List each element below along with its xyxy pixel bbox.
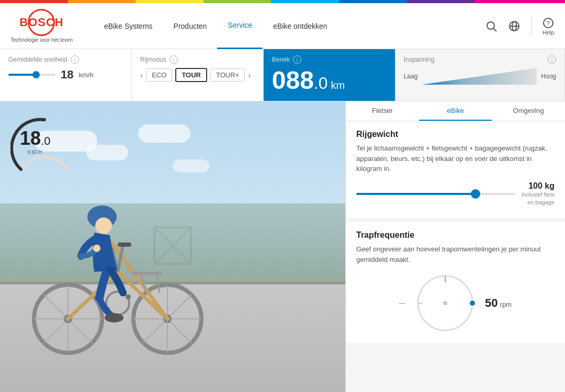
bike-scene: 18.0 KM/H <box>0 101 345 392</box>
svg-rect-27 <box>118 243 131 247</box>
rijgewicht-value: 100 kg <box>528 181 555 190</box>
rijgewicht-desc: Tel je lichaamsgewicht + fietsgewicht + … <box>356 143 555 174</box>
rpm-unit: rpm <box>500 301 512 308</box>
rpm-value-row: 50 rpm <box>485 296 512 310</box>
cloud2 <box>86 145 128 160</box>
rijgewicht-subtext: inclusief fietsen bagage <box>522 191 555 207</box>
inspanning-title: Inspanning <box>404 56 435 63</box>
tab-fietser[interactable]: Fietser <box>346 101 419 121</box>
svg-point-37 <box>105 313 123 322</box>
speedo-unit: KM/H <box>20 149 50 155</box>
svg-marker-7 <box>422 68 537 85</box>
help-button[interactable]: ? Help <box>542 17 555 36</box>
speed-display: 18 km/h <box>8 68 123 82</box>
divider <box>531 16 532 37</box>
speed-unit: km/h <box>78 71 93 79</box>
tabs-row: Fietser eBike Omgeving <box>346 101 565 121</box>
mode-next-arrow[interactable]: › <box>248 71 251 80</box>
language-button[interactable] <box>508 20 521 32</box>
svg-point-30 <box>126 294 131 299</box>
speed-panel: Gemiddelde snelheid i 18 km/h <box>0 49 132 101</box>
cyclist-illustration <box>26 188 214 361</box>
nav-producten[interactable]: Producten <box>163 3 218 49</box>
nav-ebike-systems[interactable]: eBike Systems <box>94 3 163 49</box>
mode-tour-plus[interactable]: TOUR+ <box>210 68 245 82</box>
rijgewicht-title: Rijgewicht <box>356 130 555 139</box>
ride-mode-selector: ‹ ECO TOUR TOUR+ › <box>140 68 255 82</box>
svg-line-1 <box>494 28 497 31</box>
bosch-logo-circle: BOSCH <box>28 9 55 36</box>
speed-slider[interactable] <box>8 74 55 76</box>
svg-point-0 <box>487 22 494 29</box>
inspanning-title-row: Inspanning i <box>404 55 556 64</box>
speed-value: 18 <box>61 68 73 82</box>
nav-ebike-ontdekken[interactable]: eBike ontdekken <box>263 3 338 49</box>
right-wrapper: Fietser eBike Omgeving Rijgewicht Tel je… <box>345 101 565 392</box>
cloud3 <box>138 124 190 143</box>
rijgewicht-slider-thumb <box>471 189 480 199</box>
rijgewicht-slider-row: 100 kg inclusief fietsen bagage <box>356 181 555 207</box>
speed-slider-thumb <box>32 71 40 78</box>
header: BOSCH Technologie voor het leven eBike S… <box>0 3 565 49</box>
svg-point-35 <box>95 217 112 234</box>
trapfrequentie-desc: Geef ongeveer aan hoeveel trapomwentelin… <box>356 244 555 264</box>
ridemode-info-icon[interactable]: i <box>170 55 178 64</box>
help-label: Help <box>543 29 555 36</box>
speedometer: 18.0 KM/H <box>10 112 73 175</box>
svg-point-36 <box>93 245 100 252</box>
rijgewicht-section: Rijgewicht Tel je lichaamsgewicht + fiet… <box>346 121 565 218</box>
gradient-bar <box>422 68 537 85</box>
low-high-bar: Laag Hoog <box>404 68 556 91</box>
speed-info-icon[interactable]: i <box>71 55 79 64</box>
speedo-value: 18.0 KM/H <box>20 128 50 155</box>
cloud4 <box>173 159 209 172</box>
speed-slider-fill <box>8 74 35 76</box>
watermark-icon <box>152 225 194 269</box>
rijgewicht-slider[interactable] <box>356 193 515 195</box>
ridemode-panel: Rijmodus i ‹ ECO TOUR TOUR+ › <box>132 49 264 101</box>
knob-container: — <box>356 272 555 335</box>
svg-point-46 <box>443 301 447 305</box>
search-button[interactable] <box>485 20 498 32</box>
knob-left-dash: — <box>399 299 405 307</box>
rijgewicht-slider-fill <box>356 193 476 195</box>
trapfrequentie-title: Trapfrequentie <box>356 230 555 240</box>
nav-service[interactable]: Service <box>217 3 263 49</box>
svg-point-45 <box>469 300 476 306</box>
bereik-panel: Bereik i 088.0 km <box>264 49 396 101</box>
svg-rect-31 <box>131 272 162 275</box>
tab-ebike[interactable]: eBike <box>419 101 492 121</box>
knob[interactable] <box>414 272 477 335</box>
mode-eco[interactable]: ECO <box>146 68 172 82</box>
bereik-value-row: 088.0 km <box>272 68 387 93</box>
trapfrequentie-section: Trapfrequentie Geef ongeveer aan hoeveel… <box>346 222 565 343</box>
inspanning-header-panel: Inspanning i Laag Hoog <box>396 49 565 101</box>
logo-area[interactable]: BOSCH Technologie voor het leven <box>10 9 73 43</box>
speed-label: Gemiddelde snelheid i <box>8 55 123 64</box>
left-visualization: 18.0 KM/H <box>0 101 345 392</box>
mode-tour[interactable]: TOUR <box>175 68 207 82</box>
bereik-value: 088.0 <box>272 68 328 93</box>
bosch-logo-text: BOSCH <box>19 16 63 29</box>
bereik-label: Bereik i <box>272 55 387 64</box>
nav-right-icons: ? Help <box>485 16 555 37</box>
low-label: Laag <box>404 73 418 80</box>
svg-text:?: ? <box>546 19 550 27</box>
bereik-unit: km <box>331 79 345 91</box>
main-content: 18.0 KM/H <box>0 101 565 392</box>
inspanning-info-icon[interactable]: i <box>548 55 556 64</box>
bereik-info-icon[interactable]: i <box>293 55 301 64</box>
tab-omgeving[interactable]: Omgeving <box>492 101 565 121</box>
ridemode-label: Rijmodus i <box>140 55 255 64</box>
mode-prev-arrow[interactable]: ‹ <box>140 71 143 80</box>
rpm-value: 50 <box>485 296 498 310</box>
controls-row: Gemiddelde snelheid i 18 km/h Rijmodus i… <box>0 49 565 101</box>
logo-tagline: Technologie voor het leven <box>10 37 73 43</box>
nav-items: eBike Systems Producten Service eBike on… <box>94 3 485 49</box>
high-label: Hoog <box>541 73 556 80</box>
